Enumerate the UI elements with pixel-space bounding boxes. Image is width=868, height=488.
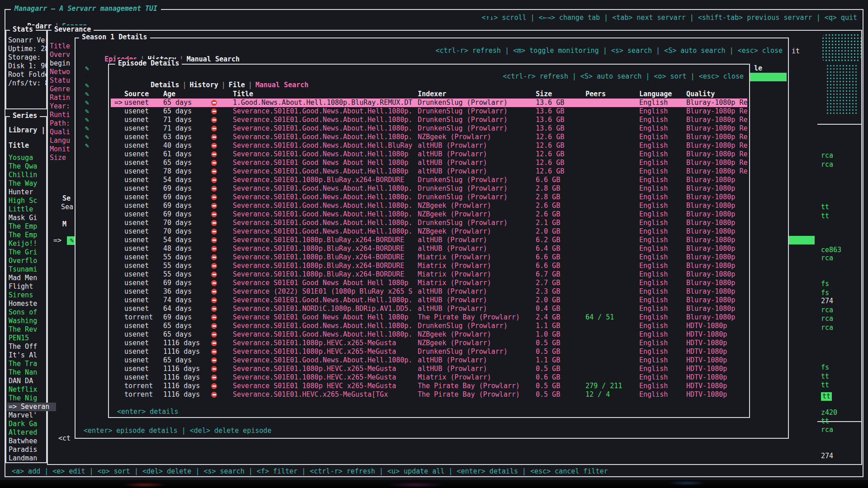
series-item[interactable]: Sons of — [7, 308, 47, 317]
cell-peers: 64 / 51 — [585, 313, 639, 322]
series-item[interactable]: Marvel' — [7, 411, 47, 420]
series-item[interactable]: Yosuga — [7, 154, 47, 162]
series-item[interactable]: Paradis — [7, 446, 47, 454]
cell-peers — [585, 159, 639, 167]
series-item[interactable]: The Qwa — [7, 162, 47, 171]
result-row[interactable]: usenet70 daysSeverance.S01E01.Good.News.… — [111, 227, 747, 236]
series-item[interactable]: The Gri — [7, 248, 47, 257]
series-item[interactable]: Landman — [7, 454, 47, 463]
cell-language: English — [639, 253, 686, 262]
series-item[interactable]: Sirens — [7, 291, 47, 300]
cell-indexer: altHUB (Prowlarr) — [418, 287, 536, 296]
series-item[interactable]: Little — [7, 205, 47, 214]
series-item[interactable]: The Emp — [7, 231, 47, 239]
cell-age: 1116 days — [163, 390, 210, 399]
series-item[interactable]: The Rev — [7, 325, 47, 334]
result-row[interactable]: usenet64 daysSeverance.S01E01.NORDiC.108… — [111, 305, 747, 313]
cell-rejection — [210, 313, 233, 322]
series-item[interactable]: Hunter — [7, 188, 47, 197]
series-item[interactable]: The Off — [7, 343, 47, 351]
result-row[interactable]: torrent1116 daysSeverance S01E01 1080p H… — [111, 382, 747, 390]
result-row[interactable]: usenet1116 daysSeverance.S01E01.1080p.HE… — [111, 339, 747, 347]
result-row-selected[interactable]: =>usenet65 days1.Good.News.About.Hell.10… — [111, 99, 747, 107]
series-item-selected[interactable]: => Severan — [7, 403, 56, 411]
selected-season-highlight-bar — [786, 236, 815, 244]
cell-source: usenet — [124, 330, 163, 339]
cell-peers — [585, 236, 639, 244]
result-row[interactable]: usenet1116 daysSeverance.S01E01.1080p.HE… — [111, 365, 747, 373]
result-row[interactable]: usenet69 daysSeverance.S01E01.Good.News.… — [111, 202, 747, 210]
result-row[interactable]: usenet71 daysSeverance.S01E01.Good.News.… — [111, 124, 747, 133]
series-item[interactable]: The Nig — [7, 394, 47, 403]
result-row[interactable]: usenet40 daysSeverance.S01E01.Good.News.… — [111, 141, 747, 150]
result-row[interactable]: usenet69 daysSeverance S01E01 Good News … — [111, 279, 747, 287]
result-row[interactable]: usenet48 daysSeverance.S01E01.1080p.BluR… — [111, 244, 747, 253]
cell-age: 69 days — [163, 193, 210, 202]
series-item[interactable]: Batwhee — [7, 437, 47, 446]
cell-language: English — [639, 356, 686, 365]
result-row[interactable]: usenet65 daysSeverance.S01E01.Good.News.… — [111, 356, 747, 365]
result-row[interactable]: torrent1116 daysSeverance.S01E01.HEVC.x2… — [111, 390, 747, 399]
tab-ep-file[interactable]: File — [229, 81, 245, 89]
cell-peers — [585, 296, 639, 305]
tab-ep-manual-search[interactable]: Manual Search — [255, 81, 308, 89]
result-row[interactable]: usenet65 daysSeverance.S01E01.Good.News.… — [111, 322, 747, 330]
series-item[interactable]: The Way — [7, 179, 47, 188]
series-item[interactable]: Netflix — [7, 385, 47, 394]
series-item[interactable]: Flight — [7, 282, 47, 291]
cell-age: 69 days — [163, 279, 210, 287]
result-row[interactable]: usenet69 daysSeverance.S01E01.Good.News.… — [111, 193, 747, 202]
cell-rejection — [210, 305, 233, 313]
cell-title: Severance.S01E01.Good.News.About.Hell.10… — [233, 356, 418, 365]
library-tab[interactable]: Library | — [9, 126, 45, 135]
cell-title: Severance.S01E01.1080p.BluRay.x264-BORDU… — [233, 244, 418, 253]
tab-ep-details[interactable]: Details — [151, 81, 179, 89]
monitored-icon: ✎ — [85, 141, 95, 150]
result-row[interactable]: usenet1116 daysSeverance.S01E01.1080p.HE… — [111, 373, 747, 382]
result-row[interactable]: usenet55 daysSeverance.S01E01.1080p.BluR… — [111, 270, 747, 279]
rejected-icon — [211, 126, 217, 131]
result-row[interactable]: usenet74 daysSeverance.S01E01.Good.News.… — [111, 296, 747, 305]
result-row[interactable]: usenet69 daysSeverance.S01E01.Good.News.… — [111, 210, 747, 219]
series-item[interactable]: Chillin — [7, 171, 47, 179]
series-item[interactable]: Overflo — [7, 257, 47, 265]
series-item[interactable]: Dark Ga — [7, 420, 47, 428]
result-row[interactable]: usenet63 daysSeverance.S01E01.Good.News.… — [111, 133, 747, 141]
series-item[interactable]: It's Al — [7, 351, 47, 360]
monitored-icon: ✎ — [85, 81, 95, 90]
series-item[interactable]: High Sc — [7, 197, 47, 205]
series-item[interactable]: Keijo!! — [7, 239, 47, 248]
series-item[interactable]: Mask Gi — [7, 214, 47, 222]
result-row[interactable]: usenet69 daysSeverance.S01E01.Good.News.… — [111, 184, 747, 193]
series-item[interactable]: The Emp — [7, 222, 47, 231]
series-item[interactable]: Homeste — [7, 300, 47, 308]
result-row[interactable]: usenet78 daysSeverance.S01E01.Good.News.… — [111, 167, 747, 176]
tab-ep-history[interactable]: History — [190, 81, 218, 89]
cell-quality: HDTV-1080p — [686, 356, 747, 365]
series-item[interactable]: The Tra — [7, 360, 47, 368]
result-row[interactable]: torrent69 daysSeverance S01E01 Good News… — [111, 313, 747, 322]
result-row[interactable]: usenet65 daysSeverance.S01E01 Good News … — [111, 159, 747, 167]
result-row[interactable]: usenet54 daysSeverance.S01E01.1080p.BluR… — [111, 236, 747, 244]
background-text-fragment: rca — [821, 160, 833, 169]
series-item[interactable]: Mad Men — [7, 274, 47, 282]
series-item[interactable]: Washing — [7, 317, 47, 325]
result-row[interactable]: usenet55 daysSeverance.S01E01.1080p.BluR… — [111, 262, 747, 270]
series-item[interactable]: Tsunami — [7, 265, 47, 274]
tab-season-manual-search[interactable]: Manual Search — [187, 55, 240, 63]
result-row[interactable]: usenet70 daysSeverance.S01E01.Good.News.… — [111, 219, 747, 227]
result-row[interactable]: usenet36 daysSeverance (2022) S01E01 (10… — [111, 287, 747, 296]
result-row[interactable]: usenet54 daysSeverance.S01E01.1080p.BluR… — [111, 176, 747, 184]
series-item[interactable]: Altered — [7, 428, 47, 437]
result-row[interactable]: usenet65 daysSeverance.S01E01.Good.News.… — [111, 107, 747, 116]
cell-peers — [585, 279, 639, 287]
result-row[interactable]: usenet71 daysSeverance.S01E01.Good.News.… — [111, 116, 747, 124]
result-row[interactable]: usenet1116 daysSeverance.S01E01.1080p.HE… — [111, 347, 747, 356]
series-item[interactable]: DAN DA — [7, 377, 47, 385]
series-item[interactable]: The Nan — [7, 368, 47, 377]
result-row[interactable]: usenet55 daysSeverance.S01E01.1080p.BluR… — [111, 253, 747, 262]
result-row[interactable]: usenet61 daysSeverance.S01E01.Good.News.… — [111, 150, 747, 159]
cell-peers: 279 / 211 — [585, 382, 639, 390]
series-item[interactable]: PEN15 — [7, 334, 47, 343]
result-row[interactable]: usenet65 daysSeverance.S01E01.Good.News.… — [111, 330, 747, 339]
